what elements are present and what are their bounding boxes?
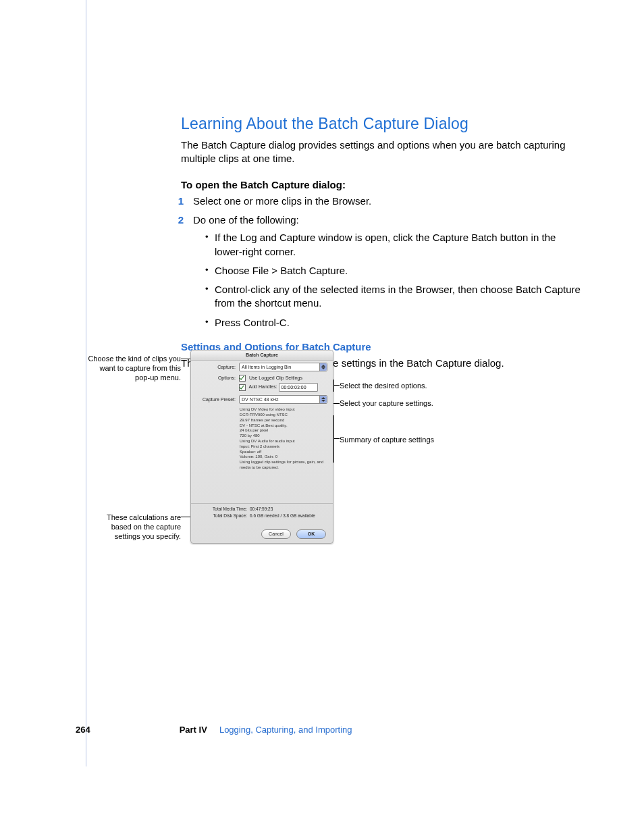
detail-line: 24 bits per pixel [240,428,326,434]
options-row: Options: Use Logged Clip Settings [191,373,333,383]
detail-line: Using DV Audio for audio input [240,439,326,444]
substeps-list: If the Log and Capture window is open, c… [193,231,586,330]
leader-line [333,380,334,392]
page-footer: 264 Part IV Logging, Capturing, and Impo… [76,724,589,736]
main-content: Learning About the Batch Capture Dialog … [181,113,586,384]
step-2: 2 Do one of the following: If the Log an… [181,213,586,330]
detail-line: 29.97 frames per second [240,418,326,423]
detail-line: DV - NTSC at Best quality. [240,423,326,429]
steps-list: 1 Select one or more clips in the Browse… [181,194,586,330]
tmt-value: 00:47:59:23 [250,506,273,513]
use-logged-label: Use Logged Clip Settings [249,375,302,380]
dialog-title: Batch Capture [191,350,333,361]
handles-value-field[interactable]: 00:00:03:00 [279,383,318,392]
ok-button[interactable]: OK [296,529,326,539]
part-label: Part IV [180,725,207,735]
dialog-buttons: Cancel OK [261,529,326,539]
step-text: Do one of the following: [193,214,299,226]
batch-capture-dialog: Batch Capture Capture: All Items in Logg… [190,350,333,544]
section-heading: Learning About the Batch Capture Dialog [181,113,586,134]
capture-row: Capture: All Items in Logging Bin [191,361,333,373]
capture-popup-value: All Items in Logging Bin [242,365,291,369]
tds-value: 6.6 GB needed / 3.8 GB available [250,513,315,519]
callout-preset: Select your capture settings. [340,399,481,409]
detail-line: Using DV Video for video input [240,407,326,413]
part-title: Logging, Capturing, and Importing [219,725,352,735]
popup-arrow-icon [319,363,327,371]
add-handles-label: Add Handles: [249,385,277,390]
step-number: 2 [169,213,184,227]
calculation-area: Total Media Time: 00:47:59:23 Total Disk… [191,504,333,521]
detail-line: 720 by 480 [240,434,326,439]
tds-label: Total Disk Space: [196,513,250,519]
bullet-item: Control-click any of the selected items … [205,283,586,311]
task-subhead: To open the Batch Capture dialog: [181,178,586,192]
leader-line [333,403,340,404]
bullet-item: Choose File > Batch Capture. [205,264,586,278]
add-handles-checkbox[interactable] [239,384,246,391]
use-logged-checkbox[interactable] [239,375,246,382]
callout-capture: Choose the kind of clips you want to cap… [86,355,181,382]
preset-popup[interactable]: DV NTSC 48 kHz [239,395,327,404]
leader-line [181,359,190,359]
total-media-time-row: Total Media Time: 00:47:59:23 [196,506,327,513]
popup-arrow-icon [319,396,327,403]
detail-line: Input: First 2 channels [240,444,326,450]
capture-popup[interactable]: All Items in Logging Bin [239,363,327,371]
cancel-button[interactable]: Cancel [261,529,291,539]
step-1: 1 Select one or more clips in the Browse… [181,194,586,208]
page-number: 264 [76,724,177,736]
dialog-figure: Choose the kind of clips you want to cap… [86,348,586,564]
preset-details: Using DV Video for video input DCR-TRV90… [191,405,333,473]
handles-row: Add Handles: 00:00:03:00 [191,383,333,393]
preset-popup-value: DV NTSC 48 kHz [242,397,278,402]
bullet-item: If the Log and Capture window is open, c… [205,231,586,259]
document-page: Learning About the Batch Capture Dialog … [0,0,644,834]
detail-line: Speaker: off [240,450,326,455]
leader-line [333,415,334,463]
tmt-label: Total Media Time: [196,506,250,513]
preset-label: Capture Preset: [196,396,239,402]
total-disk-space-row: Total Disk Space: 6.6 GB needed / 3.8 GB… [196,513,327,520]
preset-row: Capture Preset: DV NTSC 48 kHz [191,393,333,405]
bullet-item: Press Control-C. [205,316,586,330]
detail-line: Volume: 100, Gain: 0 [240,454,326,460]
step-number: 1 [169,194,184,208]
detail-line: DCR-TRV900 using NTSC [240,413,326,418]
options-label: Options: [196,375,239,381]
callout-calculations: These calculations are based on the capt… [86,513,181,541]
detail-line: Using logged clip settings for picture, … [240,460,326,471]
callout-summary: Summary of capture settings [340,436,481,445]
callout-options: Select the desired options. [340,382,481,391]
capture-label: Capture: [196,364,239,370]
step-text: Select one or more clips in the Browser. [193,195,371,207]
intro-paragraph: The Batch Capture dialog provides settin… [181,138,586,166]
